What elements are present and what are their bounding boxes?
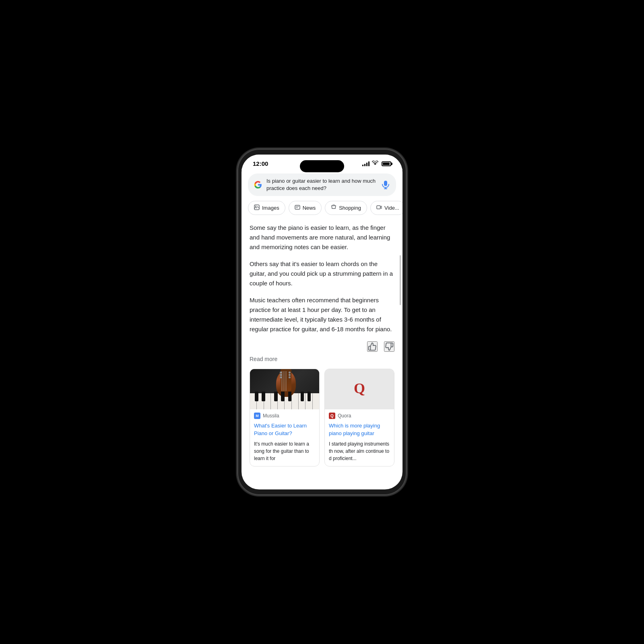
mussila-source-name: Mussila: [263, 413, 279, 419]
answer-paragraph-2: Others say that it's easier to learn cho…: [250, 259, 394, 288]
images-icon: [254, 204, 260, 211]
svg-text:Q: Q: [354, 380, 365, 396]
quora-source-row: Q Quora: [325, 409, 394, 421]
search-bar[interactable]: Is piano or guitar easier to learn and h…: [248, 173, 396, 196]
video-icon: [376, 204, 382, 211]
mic-icon[interactable]: [381, 180, 390, 190]
filter-tabs: Images News Shopping: [242, 201, 402, 220]
dynamic-island: [300, 160, 344, 172]
status-time: 12:00: [253, 160, 268, 167]
mussila-favicon: M: [254, 413, 260, 419]
quora-card-image: Q: [325, 369, 394, 409]
phone-screen: 12:00: [242, 155, 402, 489]
answer-paragraph-3: Music teachers often recommend that begi…: [250, 295, 394, 334]
mussila-source-row: M Mussila: [250, 409, 319, 421]
thumbs-up-button[interactable]: [367, 341, 378, 352]
svg-rect-8: [377, 206, 380, 209]
tab-videos[interactable]: Vide...: [370, 201, 402, 215]
battery-icon: [382, 161, 391, 166]
svg-rect-0: [384, 181, 387, 186]
tab-images[interactable]: Images: [248, 201, 285, 215]
quora-card-snippet: I started playing instruments th now, af…: [325, 440, 394, 466]
news-icon: [295, 204, 300, 211]
thumbs-down-button[interactable]: [384, 341, 394, 352]
google-logo: [254, 180, 262, 189]
tab-shopping-label: Shopping: [339, 205, 361, 211]
signal-icon: [362, 161, 369, 166]
wifi-icon: [372, 161, 378, 167]
answer-paragraph-1: Some say the piano is easier to learn, a…: [250, 223, 394, 252]
tab-news[interactable]: News: [289, 201, 322, 215]
mussila-card-snippet: It's much easier to learn a song for the…: [250, 440, 319, 466]
quora-card-title: Which is more playing piano playing guit…: [325, 421, 394, 440]
svg-rect-5: [295, 205, 300, 209]
answer-content: Some say the piano is easier to learn, a…: [242, 220, 402, 473]
mussila-card-title: What's Easier to Learn Piano or Guitar?: [250, 421, 319, 440]
scroll-indicator: [400, 255, 401, 305]
quora-source-name: Quora: [338, 413, 351, 419]
tab-news-label: News: [303, 205, 316, 211]
svg-point-4: [255, 206, 256, 207]
read-more-link[interactable]: Read more: [250, 356, 394, 362]
quora-favicon: Q: [329, 413, 335, 419]
shopping-icon: [331, 204, 336, 211]
status-icons: [362, 161, 391, 167]
source-cards: M Mussila What's Easier to Learn Piano o…: [250, 369, 394, 466]
tab-images-label: Images: [262, 205, 279, 211]
source-card-mussila[interactable]: M Mussila What's Easier to Learn Piano o…: [250, 369, 320, 466]
search-query-text: Is piano or guitar easier to learn and h…: [266, 178, 377, 192]
tab-videos-label: Vide...: [384, 205, 399, 211]
mussila-card-image: [250, 369, 319, 409]
tab-shopping[interactable]: Shopping: [325, 201, 367, 215]
phone-frame: 12:00: [237, 149, 407, 495]
scroll-content[interactable]: Is piano or guitar easier to learn and h…: [242, 170, 402, 489]
feedback-row: [250, 341, 394, 352]
source-card-quora[interactable]: Q Q Quora Which is more playing piano pl…: [324, 369, 394, 466]
